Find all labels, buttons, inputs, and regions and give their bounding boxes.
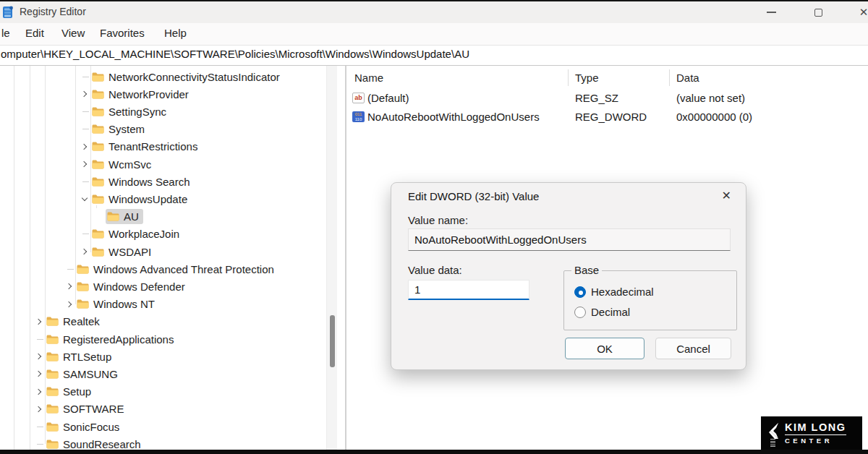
string-value-icon: ab [352, 93, 365, 103]
tree-item-setup[interactable]: Setup [33, 383, 95, 401]
tree-item-windows-search[interactable]: Windows Search [79, 173, 195, 190]
address-input[interactable] [1, 48, 861, 60]
tree-item-label: WorkplaceJoin [109, 228, 179, 240]
folder-icon [46, 404, 59, 414]
value-row[interactable]: 011110NoAutoRebootWithLoggedOnUsersREG_D… [346, 108, 868, 127]
maximize-button[interactable] [802, 1, 834, 23]
value-data-input[interactable] [408, 280, 529, 300]
tree-connector [33, 435, 45, 450]
decimal-radio[interactable]: Decimal [574, 306, 630, 318]
tree-item-registeredapplications[interactable]: RegisteredApplications [33, 330, 178, 348]
folder-icon [107, 212, 119, 221]
tree-item-wcmsvc[interactable]: WcmSvc [79, 155, 156, 173]
column-header-name[interactable]: Name [354, 72, 383, 84]
column-header-data[interactable]: Data [676, 72, 699, 84]
column-divider[interactable] [669, 69, 670, 86]
tree-key: Windows Advanced Threat Protection [75, 262, 278, 277]
tree-scrollbar[interactable] [326, 66, 337, 450]
tree-item-au[interactable]: AU [94, 208, 143, 226]
menu-item-edit[interactable]: Edit [25, 27, 44, 39]
tree-item-sonicfocus[interactable]: SonicFocus [33, 418, 124, 435]
folder-icon [46, 352, 59, 361]
value-name: NoAutoRebootWithLoggedOnUsers [367, 111, 540, 123]
folder-icon [46, 422, 59, 432]
tree-item-label: Windows Search [109, 176, 190, 188]
tree-item-samsung[interactable]: SAMSUNG [33, 365, 122, 382]
tree-key: Realtek [45, 314, 104, 329]
chevron-right-icon[interactable] [33, 313, 45, 330]
registry-editor-window: Registry Editor ✕ leEditViewFavoritesHel… [0, 0, 868, 454]
chevron-right-icon[interactable] [33, 348, 45, 365]
kim-long-center-watermark: KIM LONG CENTER [761, 416, 862, 450]
chevron-right-icon[interactable] [79, 155, 90, 173]
folder-icon [46, 317, 59, 326]
tree-item-windowsupdate[interactable]: WindowsUpdate [79, 190, 192, 207]
minimize-button[interactable] [755, 1, 787, 23]
folder-icon [92, 160, 104, 169]
tree-item-label: Windows Defender [93, 280, 185, 293]
chevron-right-icon[interactable] [33, 401, 45, 418]
value-row[interactable]: ab(Default)REG_SZ(value not set) [346, 90, 868, 108]
tree-item-windows-defender[interactable]: Windows Defender [64, 278, 190, 295]
tree-item-soundresearch[interactable]: SoundResearch [33, 435, 145, 450]
cancel-button[interactable]: Cancel [655, 338, 731, 359]
folder-icon [77, 299, 89, 309]
tree-connector [64, 260, 75, 278]
ok-button[interactable]: OK [565, 338, 644, 359]
panel-separator[interactable] [337, 66, 346, 450]
tree-guide-line [14, 66, 14, 450]
tree-item-wsdapi[interactable]: WSDAPI [79, 243, 156, 260]
tree-guide-line [30, 66, 30, 450]
tree-key: SoundResearch [45, 437, 145, 450]
tree-item-rtlsetup[interactable]: RTLSetup [33, 348, 116, 365]
tree-key: SettingSync [90, 104, 171, 119]
decimal-radio-circle[interactable] [574, 307, 586, 318]
folder-icon [46, 335, 59, 344]
tree-item-networkconnectivitystatusindicator[interactable]: NetworkConnectivityStatusIndicator [79, 68, 284, 85]
tree-item-label: WcmSvc [109, 158, 151, 171]
menu-item-help[interactable]: Help [164, 27, 187, 39]
tree-key: Setup [45, 384, 95, 399]
registry-tree-panel: NetworkConnectivityStatusIndicatorNetwor… [0, 66, 326, 450]
chevron-right-icon[interactable] [64, 296, 75, 313]
close-button[interactable]: ✕ [848, 1, 868, 23]
chevron-right-icon[interactable] [79, 138, 90, 155]
tree-item-label: Setup [63, 385, 91, 398]
tree-connector [33, 330, 45, 348]
tree-item-windows-advanced-threat-protection[interactable]: Windows Advanced Threat Protection [64, 260, 278, 278]
tree-item-realtek[interactable]: Realtek [33, 313, 104, 330]
hexadecimal-radio[interactable]: Hexadecimal [574, 286, 654, 298]
tree-item-tenantrestrictions[interactable]: TenantRestrictions [79, 138, 202, 155]
chevron-right-icon[interactable] [33, 365, 45, 382]
column-header-type[interactable]: Type [575, 72, 599, 84]
hexadecimal-radio-circle[interactable] [574, 286, 586, 298]
menu-item-file[interactable]: le [1, 27, 10, 39]
tree-item-label: Windows Advanced Threat Protection [93, 263, 274, 275]
bottom-border [0, 450, 868, 454]
tree-item-workplacejoin[interactable]: WorkplaceJoin [79, 226, 184, 243]
tree-item-label: SOFTWARE [63, 403, 124, 415]
tree-item-software[interactable]: SOFTWARE [33, 401, 128, 418]
menu-item-favorites[interactable]: Favorites [100, 27, 145, 39]
logo-line2: CENTER [785, 437, 846, 445]
tree-item-settingsync[interactable]: SettingSync [79, 103, 171, 120]
chevron-down-icon[interactable] [79, 190, 90, 207]
folder-icon [46, 369, 59, 379]
chevron-right-icon[interactable] [79, 85, 90, 103]
logo-text: KIM LONG CENTER [785, 421, 846, 445]
chevron-right-icon[interactable] [64, 278, 75, 295]
base-groupbox: Base Hexadecimal Decimal [563, 270, 737, 330]
dialog-title: Edit DWORD (32-bit) Value [408, 190, 539, 202]
dialog-close-icon[interactable]: ✕ [719, 187, 734, 204]
tree-connector [79, 226, 90, 243]
tree-item-windows-nt[interactable]: Windows NT [64, 296, 159, 313]
column-divider[interactable] [568, 69, 569, 86]
chevron-right-icon[interactable] [33, 383, 45, 401]
value-name-field[interactable] [408, 228, 731, 251]
chevron-right-icon[interactable] [79, 243, 90, 260]
tree-item-label: NetworkConnectivityStatusIndicator [109, 71, 280, 83]
tree-scrollbar-thumb[interactable] [330, 315, 335, 367]
menu-item-view[interactable]: View [61, 27, 85, 39]
tree-item-networkprovider[interactable]: NetworkProvider [79, 85, 193, 103]
tree-item-system[interactable]: System [79, 121, 149, 138]
